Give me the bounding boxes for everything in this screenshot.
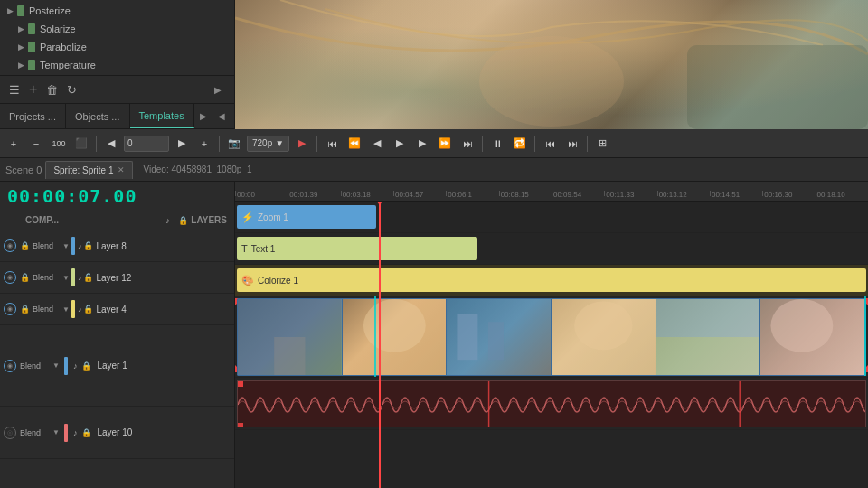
time-mark-0: 00:00 — [235, 191, 288, 199]
stop-frame-btn[interactable]: ⏸ — [487, 134, 507, 154]
layer1-mute-icon[interactable]: ♪ — [73, 361, 78, 371]
add-keyframe-btn[interactable]: + — [194, 134, 214, 154]
playhead[interactable] — [379, 202, 381, 488]
add-icon[interactable]: + — [27, 80, 39, 99]
step-fwd-btn[interactable]: ▶ — [412, 134, 432, 154]
layer1-arrow-icon[interactable]: ▼ — [52, 361, 60, 370]
layer-row-layer10: ◎ Blend ▼ ♪ 🔒 Layer 10 — [0, 407, 234, 459]
colorize-clip-icon: 🎨 — [241, 275, 254, 286]
layer10-arrow-icon[interactable]: ▼ — [52, 428, 60, 436]
mark-out-btn[interactable]: ⏭ — [562, 134, 582, 154]
timeline-left-panel: 00:00:07.00 COMP... ♪ 🔒 LAYERS ◉ 🔒 Blend… — [0, 182, 235, 488]
play-main-btn[interactable]: ▶ — [390, 134, 410, 154]
layer4-arrow-icon[interactable]: ▼ — [62, 305, 70, 314]
subtract-tool-btn[interactable]: − — [26, 134, 46, 154]
step-back-btn[interactable]: ◀ — [367, 134, 387, 154]
video-tab[interactable]: Video: 40458981_1080p_1 — [137, 161, 259, 179]
tab-projects[interactable]: Projects ... — [0, 104, 66, 128]
layer4-color — [71, 300, 75, 318]
time-mark-3: 00:04.57 — [393, 191, 446, 199]
layer12-eye-icon[interactable]: ◉ — [4, 271, 16, 284]
value-input[interactable] — [124, 136, 169, 152]
svg-rect-15 — [238, 381, 865, 427]
time-mark-2: 00:03.18 — [341, 191, 393, 199]
layer10-blend[interactable]: Blend — [20, 428, 47, 437]
text-clip-icon: T — [241, 243, 248, 254]
layer8-arrow-icon[interactable]: ▼ — [62, 242, 70, 250]
layer-row-layer1: ◉ Blend ▼ ♪ 🔒 Layer 1 — [0, 325, 234, 407]
layer8-mute-icon[interactable]: ♪ — [78, 241, 82, 250]
layer10-eye-icon[interactable]: ◎ — [4, 427, 16, 439]
layer4-lock2-icon[interactable]: 🔒 — [83, 305, 93, 314]
layer8-eye-icon[interactable]: ◉ — [4, 239, 16, 252]
layer8-blend[interactable]: Blend — [33, 241, 60, 250]
refresh-icon[interactable]: ↻ — [65, 81, 79, 99]
layer4-mute-icon[interactable]: ♪ — [78, 305, 82, 314]
layers-column-header: LAYERS — [191, 215, 227, 225]
tab-templates[interactable]: Templates — [130, 104, 194, 128]
city-scene — [447, 299, 551, 375]
fast-fwd-btn[interactable]: ⏩ — [435, 134, 455, 154]
play-btn[interactable]: ▶ — [292, 134, 312, 154]
layer12-mute-icon[interactable]: ♪ — [78, 273, 82, 282]
layer10-mute-icon[interactable]: ♪ — [73, 428, 78, 437]
time-mark-7: 00:11.33 — [604, 191, 656, 199]
audio-clip-layer10[interactable] — [237, 380, 866, 427]
layer1-color — [64, 357, 68, 375]
layer10-lock-icon[interactable]: 🔒 — [81, 428, 91, 437]
layer12-blend[interactable]: Blend — [33, 273, 60, 282]
grid-btn[interactable]: ⊞ — [592, 134, 612, 154]
effect-item[interactable]: ▶ Parabolize — [0, 38, 234, 56]
video-thumb-1 — [238, 299, 343, 375]
time-mark-5: 00:08.15 — [499, 191, 552, 199]
effect-item[interactable]: ▶ Posterize — [0, 2, 234, 20]
slider-right-btn[interactable]: ▶ — [172, 134, 192, 154]
layer12-lock2-icon[interactable]: 🔒 — [83, 273, 93, 282]
clip-text1[interactable]: T Text 1 — [237, 237, 477, 260]
effect-item[interactable]: ▶ Temperature — [0, 56, 234, 74]
layer12-arrow-icon[interactable]: ▼ — [62, 274, 70, 282]
hundred-btn[interactable]: 100 — [49, 134, 69, 154]
tabs-collapse-icon[interactable]: ◀ — [212, 104, 231, 128]
layer8-lock2-icon[interactable]: 🔒 — [83, 241, 93, 250]
skip-to-start-btn[interactable]: ⏮ — [322, 134, 342, 154]
camera-icon[interactable]: 📷 — [224, 134, 244, 154]
slider-left-btn[interactable]: ◀ — [101, 134, 121, 154]
rewind-btn[interactable]: ⏪ — [344, 134, 364, 154]
resolution-value: 720p — [252, 138, 272, 148]
svg-rect-8 — [488, 322, 504, 360]
layer1-lock-icon[interactable]: 🔒 — [81, 361, 91, 371]
layer1-eye-icon[interactable]: ◉ — [4, 360, 16, 372]
close-sprite-tab-icon[interactable]: ✕ — [118, 165, 125, 174]
video-thumb-2 — [343, 299, 448, 375]
sprite-tab[interactable]: Sprite: Sprite 1 ✕ — [45, 161, 132, 179]
add-tool-btn[interactable]: + — [4, 134, 24, 154]
resolution-dropdown[interactable]: 720p ▼ — [247, 136, 289, 152]
tab-objects[interactable]: Objects ... — [66, 104, 130, 128]
svg-rect-3 — [274, 337, 305, 375]
layer1-blend[interactable]: Blend — [20, 361, 47, 371]
list-icon[interactable]: ☰ — [7, 81, 22, 99]
loop-btn[interactable]: 🔁 — [510, 134, 530, 154]
layer4-lock-icon[interactable]: 🔒 — [20, 305, 30, 314]
layer12-lock-icon[interactable]: 🔒 — [20, 273, 30, 282]
layer4-eye-icon[interactable]: ◉ — [4, 303, 16, 315]
tabs-expand-icon[interactable]: ▶ — [194, 104, 212, 128]
layer4-blend[interactable]: Blend — [33, 305, 60, 314]
video-clip-layer1[interactable] — [237, 298, 866, 376]
clip-colorize1[interactable]: 🎨 Colorize 1 — [237, 268, 866, 292]
video-effect-svg — [235, 0, 868, 129]
layer12-color — [71, 268, 75, 286]
layer8-lock-icon[interactable]: 🔒 — [20, 241, 30, 250]
effect-item[interactable]: ▶ Solarize — [0, 20, 234, 38]
clip-zoom1[interactable]: ⚡ Zoom 1 — [237, 205, 376, 229]
svg-point-5 — [363, 299, 426, 352]
mark-in-btn[interactable]: ⏮ — [540, 134, 560, 154]
track-layer10 — [235, 378, 868, 430]
clip-boundary-left — [374, 296, 376, 377]
panel-expand-icon[interactable]: ▶ — [209, 76, 227, 103]
delete-icon[interactable]: 🗑 — [44, 81, 60, 99]
track-layer1 — [235, 296, 868, 378]
skip-to-end-btn[interactable]: ⏭ — [458, 134, 477, 154]
record-btn[interactable]: ⬛ — [71, 134, 91, 154]
